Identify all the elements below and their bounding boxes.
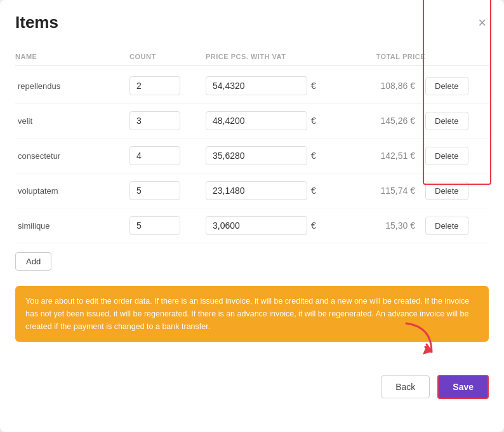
count-cell [129,111,206,130]
price-cell: € [206,216,324,235]
total-price: 142,51 € [324,151,425,161]
count-input[interactable] [129,111,180,130]
save-button[interactable]: Save [437,375,489,399]
delete-btn-wrap: Delete [425,147,489,165]
table-rows: repellendus € 108,86 € Delete velit € [15,69,489,243]
delete-btn-wrap: Delete [425,217,489,235]
delete-button[interactable]: Delete [425,217,468,235]
count-input[interactable] [129,216,180,235]
price-cell: € [206,181,324,200]
price-input[interactable] [206,146,307,165]
count-input[interactable] [129,181,180,200]
count-cell [129,216,206,235]
count-input[interactable] [129,146,180,165]
table-row: repellendus € 108,86 € Delete [15,69,489,104]
price-cell: € [206,111,324,130]
delete-btn-wrap: Delete [425,112,489,130]
total-price: 115,74 € [324,186,425,196]
col-count-label: COUNT [129,53,206,60]
item-name: velit [15,116,129,126]
delete-button[interactable]: Delete [425,182,468,200]
modal-container: Items × NAME COUNT PRICE PCS. WITH VAT T… [0,0,504,432]
col-total-label: TOTAL PRICE [324,53,425,60]
table-row: velit € 145,26 € Delete [15,104,489,138]
count-input[interactable] [129,76,180,95]
price-input[interactable] [206,76,307,95]
currency-symbol: € [311,186,316,196]
delete-button[interactable]: Delete [425,112,468,130]
count-cell [129,181,206,200]
col-price-label: PRICE PCS. WITH VAT [206,53,324,60]
modal-header: Items × [15,13,489,32]
price-cell: € [206,146,324,165]
price-input[interactable] [206,216,307,235]
item-name: voluptatem [15,186,129,196]
add-section: Add [15,252,489,271]
price-cell: € [206,76,324,95]
currency-symbol: € [311,220,316,231]
total-price: 108,86 € [324,81,425,91]
warning-box: You are about to edit the order data. If… [15,286,489,342]
table-header: NAME COUNT PRICE PCS. WITH VAT TOTAL PRI… [15,48,489,66]
delete-btn-wrap: Delete [425,77,489,95]
delete-btn-wrap: Delete [425,182,489,200]
modal-title: Items [15,13,58,32]
item-name: repellendus [15,81,129,91]
item-name: consectetur [15,151,129,161]
total-price: 15,30 € [324,220,425,231]
close-button[interactable]: × [475,16,489,30]
price-input[interactable] [206,181,307,200]
currency-symbol: € [311,116,316,126]
total-price: 145,26 € [324,116,425,126]
table-row: voluptatem € 115,74 € Delete [15,173,489,208]
back-button[interactable]: Back [381,375,430,398]
item-name: similique [15,221,129,231]
arrow-container [400,320,438,368]
delete-button[interactable]: Delete [425,77,468,95]
currency-symbol: € [311,81,316,91]
col-action-label [425,53,489,60]
table-row: consectetur € 142,51 € Delete [15,138,489,173]
currency-symbol: € [311,151,316,161]
arrow-icon [400,320,438,365]
count-cell [129,76,206,95]
col-name-label: NAME [15,53,129,60]
table-row: similique € 15,30 € Delete [15,208,489,243]
price-input[interactable] [206,111,307,130]
count-cell [129,146,206,165]
footer: Back Save [15,375,489,399]
add-button[interactable]: Add [15,252,51,271]
delete-button[interactable]: Delete [425,147,468,165]
